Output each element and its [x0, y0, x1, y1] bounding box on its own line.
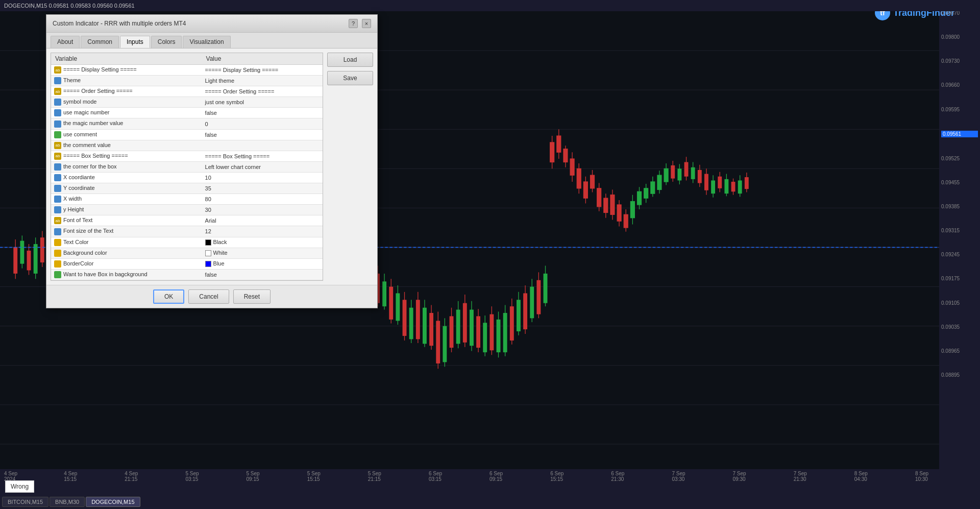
- param-value: Arial: [202, 215, 323, 226]
- param-variable: Want to have Box in bagckground: [51, 269, 202, 280]
- table-row[interactable]: X coordiante10: [51, 172, 323, 183]
- row-type-icon: [54, 99, 61, 106]
- side-buttons-panel: Load Save: [327, 53, 373, 281]
- table-row[interactable]: ab===== Order Setting ========== Order S…: [51, 86, 323, 97]
- dialog-close-button[interactable]: ×: [362, 19, 371, 28]
- dialog-tab-bar: About Common Inputs Colors Visualization: [46, 33, 377, 49]
- param-variable: Theme: [51, 76, 202, 86]
- row-type-icon: [54, 174, 61, 181]
- row-type-icon: ab: [54, 153, 61, 160]
- color-swatch: [205, 250, 211, 256]
- row-type-icon: ab: [54, 217, 61, 224]
- param-value: false: [202, 108, 323, 118]
- param-value: Black: [202, 237, 323, 248]
- row-type-icon: [54, 260, 61, 268]
- table-row[interactable]: Background colorWhite: [51, 248, 323, 258]
- dialog-controls: ? ×: [349, 19, 371, 28]
- param-variable: use comment: [51, 129, 202, 140]
- tab-inputs[interactable]: Inputs: [120, 36, 150, 48]
- table-row[interactable]: Want to have Box in bagckgroundfalse: [51, 269, 323, 280]
- top-bar: DOGECOIN,M15 0.09581 0.09583 0.09560 0.0…: [0, 0, 980, 11]
- table-row[interactable]: ab===== Box Setting ========== Box Setti…: [51, 151, 323, 161]
- param-value: White: [202, 248, 323, 258]
- dialog-help-button[interactable]: ?: [349, 19, 358, 28]
- ok-button[interactable]: OK: [153, 289, 184, 304]
- color-swatch: [205, 239, 211, 246]
- param-value: false: [202, 269, 323, 280]
- param-variable: y Height: [51, 205, 202, 215]
- table-row[interactable]: the corner for the boxLeft lower chart c…: [51, 161, 323, 172]
- reset-button[interactable]: Reset: [233, 289, 271, 304]
- param-value: ===== Box Setting =====: [202, 151, 323, 161]
- table-row[interactable]: the magic number value0: [51, 118, 323, 129]
- tab-about[interactable]: About: [51, 36, 80, 48]
- table-row[interactable]: use magic numberfalse: [51, 108, 323, 118]
- param-value: ===== Order Setting =====: [202, 86, 323, 97]
- table-row[interactable]: use commentfalse: [51, 129, 323, 140]
- param-value: false: [202, 129, 323, 140]
- cancel-button[interactable]: Cancel: [188, 289, 229, 304]
- param-variable: the magic number value: [51, 118, 202, 129]
- param-variable: ab===== Order Setting =====: [51, 86, 202, 97]
- dialog-footer: OK Cancel Reset: [46, 285, 377, 308]
- param-value: 10: [202, 172, 323, 183]
- col-variable: Variable: [51, 53, 202, 65]
- param-variable: ab===== Box Setting =====: [51, 151, 202, 161]
- param-variable: ab===== Display Setting =====: [51, 65, 202, 76]
- load-button[interactable]: Load: [327, 53, 373, 67]
- tab-bitcoin[interactable]: BITCOIN,M15: [2, 497, 48, 507]
- row-type-icon: [54, 196, 61, 203]
- table-row[interactable]: abFont of TextArial: [51, 215, 323, 226]
- row-type-icon: [54, 250, 61, 257]
- row-type-icon: [54, 239, 61, 246]
- param-variable: use magic number: [51, 108, 202, 118]
- tab-visualization[interactable]: Visualization: [183, 36, 230, 48]
- row-type-icon: [54, 77, 61, 84]
- table-row[interactable]: Y coordinate35: [51, 183, 323, 194]
- param-value: [202, 140, 323, 151]
- param-variable: Text Color: [51, 237, 202, 248]
- params-table-wrapper[interactable]: Variable Value ab===== Display Setting =…: [51, 53, 323, 281]
- param-value: 0: [202, 118, 323, 129]
- save-button[interactable]: Save: [327, 71, 373, 85]
- row-type-icon: [54, 228, 61, 235]
- param-value: just one symbol: [202, 97, 323, 108]
- param-value: 80: [202, 194, 323, 205]
- table-row[interactable]: symbol modejust one symbol: [51, 97, 323, 108]
- table-row[interactable]: Text ColorBlack: [51, 237, 323, 248]
- param-value: 35: [202, 183, 323, 194]
- tab-dogecoin[interactable]: DOGECOIN,M15: [86, 497, 140, 507]
- param-variable: abthe comment value: [51, 140, 202, 151]
- table-row[interactable]: ab===== Display Setting ========== Displ…: [51, 65, 323, 76]
- tab-common[interactable]: Common: [81, 36, 119, 48]
- param-value: Left lower chart corner: [202, 161, 323, 172]
- table-row[interactable]: ThemeLight theme: [51, 76, 323, 86]
- table-row[interactable]: Font size of the Text12: [51, 226, 323, 237]
- tab-colors[interactable]: Colors: [151, 36, 182, 48]
- param-value: Blue: [202, 258, 323, 269]
- param-variable: Background color: [51, 248, 202, 258]
- param-value: 30: [202, 205, 323, 215]
- table-row[interactable]: X width80: [51, 194, 323, 205]
- tab-bnb[interactable]: BNB,M30: [50, 497, 85, 507]
- dialog-content: Variable Value ab===== Display Setting =…: [46, 49, 377, 285]
- row-type-icon: [54, 120, 61, 128]
- row-type-icon: [54, 271, 61, 278]
- row-type-icon: [54, 131, 61, 138]
- param-value: 12: [202, 226, 323, 237]
- param-value: ===== Display Setting =====: [202, 65, 323, 76]
- col-value: Value: [202, 53, 323, 65]
- param-variable: BorderColor: [51, 258, 202, 269]
- table-row[interactable]: abthe comment value: [51, 140, 323, 151]
- param-variable: X coordiante: [51, 172, 202, 183]
- row-type-icon: [54, 206, 61, 213]
- param-variable: abFont of Text: [51, 215, 202, 226]
- param-variable: Font size of the Text: [51, 226, 202, 237]
- param-variable: X width: [51, 194, 202, 205]
- wrong-badge: Wrong: [5, 480, 34, 493]
- table-row[interactable]: BorderColorBlue: [51, 258, 323, 269]
- row-type-icon: ab: [54, 142, 61, 149]
- params-table: Variable Value ab===== Display Setting =…: [51, 53, 323, 280]
- table-row[interactable]: y Height30: [51, 205, 323, 215]
- row-type-icon: ab: [54, 66, 61, 74]
